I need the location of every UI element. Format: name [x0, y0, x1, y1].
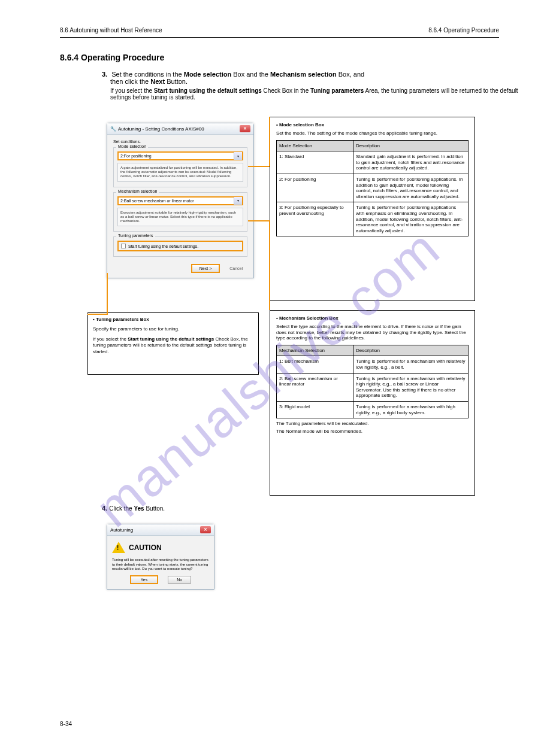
close-icon[interactable]: ✕ — [200, 526, 211, 533]
tuning-legend: Tuning parameters — [116, 233, 155, 238]
ib2-r2c1: 2: Ball screw mechanism or linear motor — [277, 373, 353, 401]
step3-tail: Button. — [165, 78, 188, 85]
ib1-r3c2: Tuning is performed for positioning appl… — [353, 202, 468, 236]
ib1-th2: Description — [353, 140, 468, 151]
ib2-th1: Mechanism Selection — [277, 345, 353, 356]
connector-line — [248, 166, 270, 167]
ib2-r2c2: Tuning is performed for a mechanism with… — [353, 373, 468, 401]
dialog2-titlebar: Autotuning ✕ — [107, 524, 214, 536]
mechanism-selection-info: • Mechanism Selection Box Select the typ… — [270, 310, 475, 496]
checkbox-icon[interactable] — [121, 244, 126, 248]
ib2-sub: Select the type according to the machine… — [276, 324, 468, 341]
default-settings-checkbox-row[interactable]: Start tuning using the default settings. — [117, 241, 243, 251]
caution-label: CAUTION — [129, 544, 162, 552]
connector-line — [107, 273, 108, 315]
ib1-head: • Mode selection Box — [276, 122, 468, 127]
header-section: 8.6 Autotuning without Host Reference — [60, 27, 162, 34]
connector-line — [87, 314, 107, 315]
page-header: 8.6 Autotuning without Host Reference 8.… — [60, 27, 499, 38]
connector-line — [248, 220, 270, 221]
step3-number: 3. — [102, 71, 107, 78]
connector-line — [269, 117, 270, 166]
lc-head: • Tuning parameters Box — [93, 317, 253, 323]
ib2-r3c2: Tuning is performed for a mechanism with… — [353, 401, 468, 418]
ib2-reclast: The Normal mode will be recommended. — [276, 429, 468, 434]
mode-legend: Mode selection — [116, 144, 148, 148]
next-button[interactable]: Next > — [191, 264, 220, 273]
chevron-down-icon[interactable]: ▼ — [234, 197, 242, 205]
step3-text1: Set the conditions in the — [111, 71, 183, 78]
step3-bold3: Next — [150, 78, 165, 85]
section-title: 8.6.4 Operating Procedure — [60, 53, 164, 62]
step3-bold2: Mechanism selection — [270, 71, 337, 78]
warning-icon — [112, 542, 125, 553]
yes-button[interactable]: Yes — [130, 575, 158, 584]
mode-selection-fieldset: Mode selection 2:For positioning ▼ A gai… — [113, 147, 247, 187]
ib1-r3c1: 3: For positioning especially to prevent… — [277, 202, 353, 236]
ib1-r2c2: Tuning is performed for positioning appl… — [353, 174, 468, 202]
connector-line — [269, 220, 270, 310]
mode-select-value: 2:For positioning — [119, 154, 234, 158]
chevron-down-icon[interactable]: ▼ — [234, 152, 242, 160]
set-conditions-label: Set conditions. — [113, 139, 247, 144]
mode-selection-table: Mode Selection Description 1: Standard S… — [276, 140, 468, 237]
autotuning-conditions-dialog: 🔧 Autotuning - Setting Conditions AXIS#0… — [107, 123, 254, 278]
ib2-th2: Description — [353, 345, 468, 356]
page-number: 8-34 — [60, 721, 72, 727]
mode-select[interactable]: 2:For positioning ▼ — [117, 151, 243, 160]
no-button[interactable]: No — [168, 576, 191, 584]
dialog1-title: Autotuning - Setting Conditions AXIS#00 — [118, 126, 204, 132]
step3-block: 3. Set the conditions in the Mode select… — [102, 71, 535, 101]
tuning-icon: 🔧 — [110, 126, 116, 132]
mode-selection-info: • Mode selection Box Set the mode. The s… — [270, 117, 475, 301]
dialog1-titlebar: 🔧 Autotuning - Setting Conditions AXIS#0… — [107, 123, 253, 135]
step4-block: 4. Click the Yes Button. — [102, 505, 475, 512]
dialog2-title: Autotuning — [110, 527, 133, 533]
s4-l1b: Yes — [134, 505, 144, 512]
header-subsection: 8.6.4 Operating Procedure — [428, 27, 499, 34]
close-icon[interactable]: ✕ — [240, 125, 250, 132]
ib1-sub: Set the mode. The setting of the mode ch… — [276, 130, 468, 136]
ib1-r1c1: 1: Standard — [277, 151, 353, 174]
lc-p2: If you select the Start tuning using the… — [93, 336, 253, 355]
ib2-r1c2: Tuning is performed for a mechanism with… — [353, 356, 468, 373]
cancel-button[interactable]: Cancel — [225, 265, 247, 272]
ib1-r2c1: 2: For positioning — [277, 174, 353, 202]
mech-description: Executes adjustment suitable for relativ… — [117, 208, 243, 227]
mechanism-selection-table: Mechanism Selection Description 1: Belt … — [276, 345, 468, 418]
mechanism-selection-fieldset: Mechanism selection 2:Ball screw mechani… — [113, 192, 247, 232]
ib1-th1: Mode Selection — [277, 140, 353, 151]
ib2-recline: The Tuning parameters will be recalculat… — [276, 421, 468, 426]
tuning-parameters-fieldset: Tuning parameters Start tuning using the… — [113, 236, 247, 257]
ib2-r1c1: 1: Belt mechanism — [277, 356, 353, 373]
mechanism-select[interactable]: 2:Ball screw mechanism or linear motor ▼ — [117, 196, 243, 205]
step3-followup: If you select the Start tuning using the… — [110, 87, 535, 101]
step4-number: 4. — [102, 505, 107, 512]
caution-message: Tuning will be executed after resetting … — [112, 558, 209, 572]
s4-l1a: Click the — [109, 505, 134, 512]
mode-description: A gain adjustment specialized for positi… — [117, 163, 243, 182]
tuning-checkbox-label: Start tuning using the default settings. — [128, 244, 198, 248]
mech-legend: Mechanism selection — [116, 189, 159, 193]
tuning-parameters-info: • Tuning parameters Box Specify the para… — [87, 312, 259, 375]
lc-p1: Specify the parameters to use for tuning… — [93, 326, 253, 332]
s4-l1c: Button. — [144, 505, 165, 512]
step3-mid1: Box and the — [231, 71, 270, 78]
ib1-r1c2: Standard gain adjustment is performed. I… — [353, 151, 468, 174]
step3-mid2: Box, and — [337, 71, 364, 78]
ib2-head: • Mechanism Selection Box — [276, 315, 468, 321]
step3-line2: then click the — [110, 78, 150, 85]
step3-bold1: Mode selection — [184, 71, 231, 78]
mech-select-value: 2:Ball screw mechanism or linear motor — [119, 199, 234, 203]
ib2-r3c1: 3: Rigid model — [277, 401, 353, 418]
caution-dialog: Autotuning ✕ CAUTION Tuning will be exec… — [107, 524, 214, 590]
